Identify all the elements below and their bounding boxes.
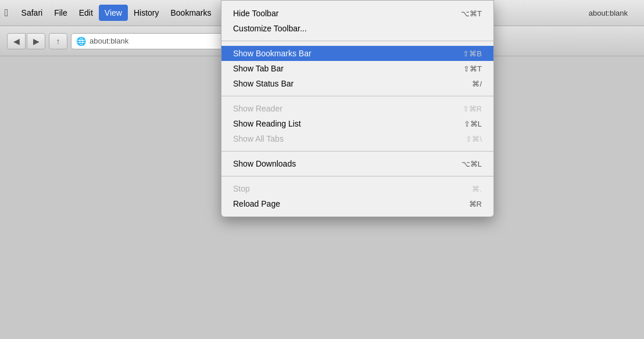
address-text: about:blank [90,37,128,45]
hide-toolbar-item[interactable]: Hide Toolbar ⌥⌘T [221,6,493,21]
menu-edit[interactable]: Edit [73,5,99,21]
show-bookmarks-bar-item[interactable]: Show Bookmarks Bar ⇧⌘B [221,46,493,61]
divider-3 [221,151,493,152]
show-reader-item: Show Reader ⇧⌘R [221,101,493,116]
menu-view[interactable]: View [99,5,128,21]
show-downloads-item[interactable]: Show Downloads ⌥⌘L [221,156,493,171]
show-tab-bar-item[interactable]: Show Tab Bar ⇧⌘T [221,61,493,76]
menu-file[interactable]: File [48,5,73,21]
show-reading-list-item[interactable]: Show Reading List ⇧⌘L [221,116,493,131]
menu-history[interactable]: History [128,5,165,21]
menu-safari[interactable]: Safari [16,5,49,21]
tab-label: about:blank [589,9,639,17]
share-button[interactable]: ↑ [49,33,67,49]
divider-2 [221,96,493,96]
globe-icon: 🌐 [76,37,86,46]
menu-section-1: Hide Toolbar ⌥⌘T Customize Toolbar... [221,3,493,38]
customize-toolbar-item[interactable]: Customize Toolbar... [221,21,493,36]
apple-logo-icon[interactable]:  [5,7,9,19]
menu-section-2: Show Bookmarks Bar ⇧⌘B Show Tab Bar ⇧⌘T … [221,44,493,93]
divider-4 [221,176,493,176]
reload-page-item[interactable]: Reload Page ⌘R [221,196,493,211]
view-dropdown-menu: Hide Toolbar ⌥⌘T Customize Toolbar... Sh… [221,0,494,217]
forward-button[interactable]: ▶ [27,33,45,49]
stop-item: Stop ⌘. [221,181,493,196]
show-status-bar-item[interactable]: Show Status Bar ⌘/ [221,76,493,91]
menu-section-5: Stop ⌘. Reload Page ⌘R [221,179,493,214]
nav-button-group: ◀ ▶ [7,33,45,49]
back-button[interactable]: ◀ [7,33,26,49]
menu-section-4: Show Downloads ⌥⌘L [221,154,493,174]
divider-1 [221,41,493,41]
menu-bookmarks[interactable]: Bookmarks [165,5,217,21]
menu-section-3: Show Reader ⇧⌘R Show Reading List ⇧⌘L Sh… [221,99,493,149]
show-all-tabs-item: Show All Tabs ⇧⌘\ [221,131,493,146]
